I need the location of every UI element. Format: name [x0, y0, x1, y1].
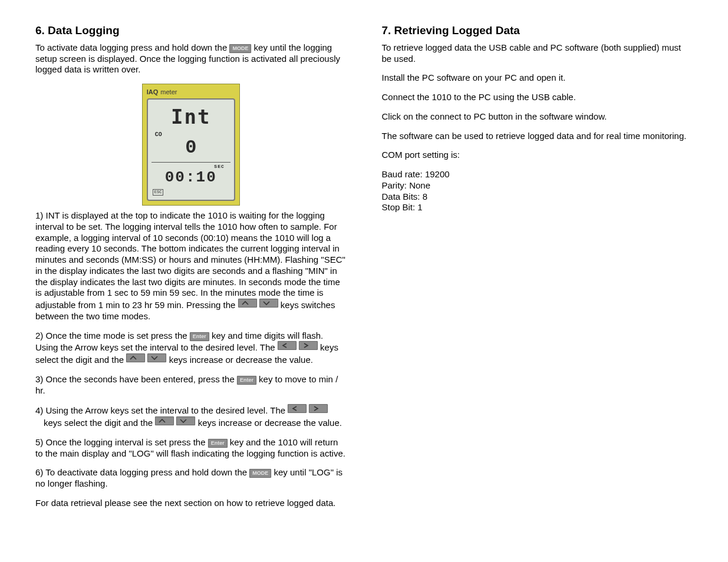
left-arrow-icon: [288, 404, 307, 413]
up-arrow-icon: [238, 299, 257, 308]
step6-text-a: 6) To deactivate data logging press and …: [35, 467, 249, 477]
left-right-buttons: [288, 405, 328, 415]
lcd-row-int: Int: [151, 103, 230, 131]
heading-7: 7. Retrieving Logged Data: [382, 24, 693, 38]
right-arrow-icon: [309, 404, 328, 413]
enter-button-icon: Enter: [190, 332, 209, 341]
setting-stopbit: Stop Bit: 1: [382, 202, 693, 213]
device-figure: IAQmeter Int CO 0 SEC 00:10 ESC: [142, 84, 240, 206]
step4-text-b: keys select the digit and the: [44, 418, 155, 428]
left-arrow-icon: [278, 341, 297, 350]
enter-button-icon: Enter: [208, 439, 228, 448]
retrieve-p4: Click on the connect to PC button in the…: [382, 111, 693, 123]
retrieve-p1: To retrieve logged data the USB cable an…: [382, 42, 693, 65]
section-retrieving-data: 7. Retrieving Logged Data To retrieve lo…: [382, 24, 693, 517]
step1-text-a: 1) INT is displayed at the top to indica…: [35, 210, 345, 310]
mode-button-icon: MODE: [229, 44, 251, 53]
intro-text-a: To activate data logging press and hold …: [35, 42, 229, 52]
up-down-buttons: [155, 418, 197, 428]
step2-text-d: keys increase or decrease the value.: [169, 355, 313, 365]
retrieve-p5: The software can be used to retrieve log…: [382, 131, 693, 142]
up-down-buttons: [238, 300, 281, 310]
step-4: 4) Using the Arrow keys set the interval…: [35, 404, 347, 429]
down-arrow-icon: [259, 299, 278, 308]
device-brand: IAQmeter: [147, 88, 235, 97]
left-right-buttons: [278, 342, 320, 352]
setting-parity: Parity: None: [382, 180, 693, 191]
lcd-divider: [151, 162, 230, 163]
device-meter-text: meter: [160, 88, 177, 95]
up-down-buttons: [126, 355, 169, 365]
com-port-settings: Baud rate: 19200 Parity: None Data Bits:…: [382, 169, 693, 213]
right-arrow-icon: [299, 341, 318, 350]
step-3: 3) Once the seconds have been entered, p…: [35, 374, 347, 396]
lcd-label-esc: ESC: [153, 189, 164, 196]
enter-button-icon: Enter: [237, 376, 256, 385]
step-5: 5) Once the logging interval is set pres…: [35, 437, 347, 459]
retrieve-p3: Connect the 1010 to the PC using the USB…: [382, 92, 693, 103]
intro-paragraph: To activate data logging press and hold …: [35, 42, 347, 75]
setting-baud: Baud rate: 19200: [382, 169, 693, 180]
lcd-screen: Int CO 0 SEC 00:10 ESC: [147, 98, 235, 201]
lcd-row-time: 00:10: [151, 170, 230, 186]
step5-text-a: 5) Once the logging interval is set pres…: [35, 437, 208, 447]
step-1: 1) INT is displayed at the top to indica…: [35, 210, 347, 322]
footer-note: For data retrieval please see the next s…: [35, 498, 347, 509]
mode-button-icon: MODE: [249, 469, 271, 478]
step4-text-a: 4) Using the Arrow keys set the interval…: [35, 405, 288, 415]
lcd-row-zero: 0: [151, 138, 230, 161]
step4-text-c: keys increase or decrease the value.: [198, 418, 342, 428]
step-2: 2) Once the time mode is set press the E…: [35, 330, 347, 366]
step2-text-a: 2) Once the time mode is set press the: [35, 330, 190, 340]
retrieve-p6: COM port setting is:: [382, 150, 693, 161]
up-arrow-icon: [126, 353, 145, 362]
device-brand-text: IAQ: [147, 88, 159, 95]
down-arrow-icon: [147, 353, 166, 362]
setting-databits: Data Bits: 8: [382, 191, 693, 203]
step-6: 6) To deactivate data logging press and …: [35, 467, 347, 490]
step3-text-a: 3) Once the seconds have been entered, p…: [35, 374, 237, 384]
heading-6: 6. Data Logging: [35, 24, 347, 38]
retrieve-p2: Install the PC software on your PC and o…: [382, 72, 693, 84]
section-data-logging: 6. Data Logging To activate data logging…: [35, 24, 347, 517]
up-arrow-icon: [155, 416, 174, 425]
down-arrow-icon: [176, 416, 195, 425]
